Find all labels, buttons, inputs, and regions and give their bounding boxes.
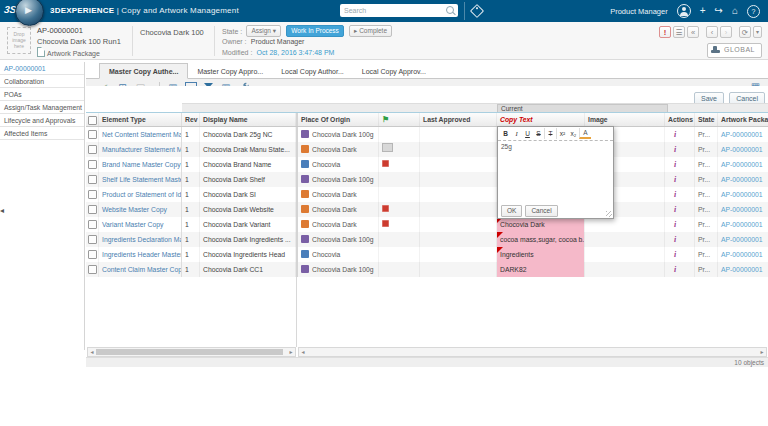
back-icon[interactable]: ‹	[706, 26, 718, 38]
artwork-package-link[interactable]: AP-00000001	[721, 176, 763, 183]
resize-grip-icon[interactable]	[606, 211, 612, 217]
pane-collapse-icon[interactable]: ◂	[0, 206, 4, 215]
row-checkbox[interactable]	[88, 235, 97, 244]
add-icon[interactable]: +	[700, 5, 706, 17]
share-icon[interactable]: ↪	[715, 5, 723, 17]
sidebar-item[interactable]: POAs	[0, 88, 84, 101]
col-element-type[interactable]: Element Type	[99, 113, 182, 126]
info-icon[interactable]: i	[674, 175, 676, 184]
help-icon[interactable]: ?	[747, 5, 760, 18]
row-checkbox[interactable]	[88, 265, 97, 274]
editor-button-A[interactable]: A	[579, 128, 591, 139]
editor-ok-button[interactable]: OK	[501, 205, 522, 217]
sidebar-item[interactable]: Assign/Task Management	[0, 101, 84, 114]
col-state[interactable]: State	[695, 113, 718, 126]
info-icon[interactable]: i	[674, 130, 676, 139]
col-artwork-package[interactable]: Artwork Package	[718, 113, 768, 126]
element-type-link[interactable]: Product or Statement of Identit	[102, 191, 182, 198]
search-input[interactable]	[340, 4, 458, 17]
element-type-link[interactable]: Website Master Copy	[102, 206, 167, 213]
sidebar-item[interactable]: Collaboration	[0, 75, 84, 88]
row-checkbox[interactable]	[88, 220, 97, 229]
element-type-link[interactable]: Manufacturer Statement Maste	[102, 146, 182, 153]
scroll-right-icon[interactable]: ▸	[287, 348, 295, 357]
artwork-package-link[interactable]: AP-00000001	[721, 251, 763, 258]
left-pane-scrollbar[interactable]: ◂ ▸	[87, 347, 296, 357]
copy-text-cell[interactable]: DARK82	[497, 262, 584, 277]
info-icon[interactable]: i	[674, 190, 676, 199]
tab-2[interactable]: Master Copy Appro...	[188, 64, 272, 78]
sidebar-item[interactable]: Lifecycle and Approvals	[0, 114, 84, 127]
artwork-package-link[interactable]: AP-00000001	[721, 266, 763, 273]
editor-button-xs[interactable]: x²	[556, 128, 568, 139]
user-avatar-icon[interactable]	[677, 4, 691, 18]
scroll-right-icon[interactable]: ▸	[758, 348, 766, 357]
right-pane-scrollbar[interactable]: ◂ ▸	[298, 347, 767, 357]
artwork-package-link[interactable]: AP-00000001	[721, 236, 763, 243]
scroll-left-icon[interactable]: ◂	[88, 348, 96, 357]
collapse-all-icon[interactable]: «	[687, 26, 699, 38]
tab-4[interactable]: Local Copy Approv...	[353, 64, 435, 78]
col-image[interactable]: Image	[585, 113, 665, 126]
menu-icon[interactable]: ☰	[673, 26, 685, 38]
artwork-package-link[interactable]: AP-00000001	[721, 146, 763, 153]
tag-icon[interactable]	[470, 4, 484, 18]
editor-button-U[interactable]: U	[522, 128, 533, 139]
complete-button[interactable]: ▸ Complete	[349, 25, 392, 37]
row-checkbox[interactable]	[88, 130, 97, 139]
view-options-caret-icon[interactable]: ▾	[753, 26, 762, 38]
info-icon[interactable]: i	[674, 220, 676, 229]
col-copy-text[interactable]: Copy Text	[497, 113, 585, 126]
scroll-left-icon[interactable]: ◂	[299, 348, 307, 357]
editor-button-S[interactable]: S	[533, 128, 544, 139]
global-button[interactable]: GLOBAL	[707, 43, 762, 58]
row-checkbox[interactable]	[88, 160, 97, 169]
element-type-link[interactable]: Content Claim Master Copy	[102, 266, 182, 273]
col-last-approved[interactable]: Last Approved	[420, 113, 497, 126]
row-checkbox[interactable]	[88, 145, 97, 154]
editor-button-xs[interactable]: x₂	[568, 128, 579, 139]
select-all-checkbox[interactable]	[88, 116, 97, 125]
element-type-link[interactable]: Variant Master Copy	[102, 221, 163, 228]
copy-text-cell[interactable]: Chocovia Dark	[497, 217, 584, 232]
element-type-link[interactable]: Ingredients Declaration Master	[102, 236, 182, 243]
element-type-link[interactable]: Shelf Life Statement Master C	[102, 176, 182, 183]
col-flag[interactable]: ⚑	[379, 113, 420, 126]
forward-icon[interactable]: ›	[720, 26, 732, 38]
element-type-link[interactable]: Brand Name Master Copy	[102, 161, 181, 168]
row-checkbox[interactable]	[88, 175, 97, 184]
editor-textarea[interactable]: 25g	[498, 141, 613, 199]
artwork-package-link[interactable]: AP-00000001	[721, 161, 763, 168]
artwork-package-link[interactable]: AP-00000001	[721, 191, 763, 198]
editor-button-B[interactable]: B	[500, 128, 511, 139]
editor-button-I[interactable]: I	[511, 128, 522, 139]
col-rev[interactable]: Rev	[182, 113, 200, 126]
col-actions[interactable]: Actions	[665, 113, 695, 126]
artwork-package-link[interactable]: AP-00000001	[721, 206, 763, 213]
sidebar-item[interactable]: AP-00000001	[0, 62, 84, 75]
info-icon[interactable]: i	[674, 235, 676, 244]
info-icon[interactable]: i	[674, 160, 676, 169]
col-display-name[interactable]: Display Name	[200, 113, 296, 126]
artwork-package-link[interactable]: AP-00000001	[721, 131, 763, 138]
copy-text-cell[interactable]: Ingredients	[497, 247, 584, 262]
home-icon[interactable]: ⌂	[732, 5, 738, 17]
drop-image-zone[interactable]: Drop image here	[7, 27, 31, 54]
element-type-link[interactable]: Net Content Statement Master	[102, 131, 182, 138]
row-checkbox[interactable]	[88, 205, 97, 214]
search-icon[interactable]	[446, 6, 454, 14]
element-type-link[interactable]: Ingredients Header Master Co	[102, 251, 182, 258]
col-place-of-origin[interactable]: Place Of Origin	[298, 113, 379, 126]
tab-3[interactable]: Local Copy Author...	[272, 64, 353, 78]
alert-icon[interactable]: !	[659, 26, 671, 38]
info-icon[interactable]: i	[674, 250, 676, 259]
artwork-package-link[interactable]: AP-00000001	[721, 221, 763, 228]
info-icon[interactable]: i	[674, 205, 676, 214]
refresh-icon[interactable]: ⟳	[739, 26, 751, 38]
sidebar-item[interactable]: Affected Items	[0, 127, 84, 140]
row-checkbox[interactable]	[88, 250, 97, 259]
scrollbar-thumb[interactable]	[96, 349, 283, 355]
info-icon[interactable]: i	[674, 145, 676, 154]
info-icon[interactable]: i	[674, 265, 676, 274]
copy-text-cell[interactable]: cocoa mass,sugar, cocoa b...	[497, 232, 584, 247]
